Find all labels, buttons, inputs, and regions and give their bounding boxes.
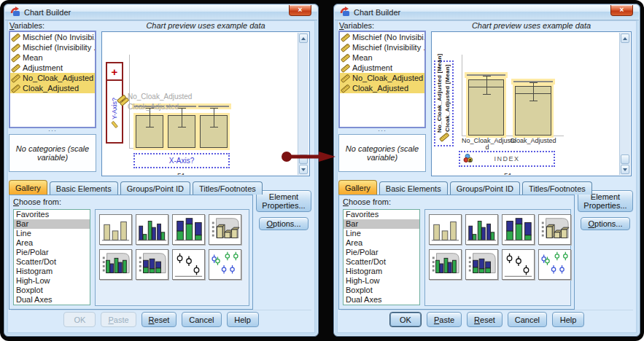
no-categories-text: No categories (scale variable) [11, 144, 94, 162]
chart-type-histogram[interactable]: Histogram [344, 267, 419, 276]
gallery-item-stacked-bar-icon[interactable] [502, 214, 535, 245]
gallery-item-3d-bar-icon[interactable] [538, 214, 571, 245]
variable-item-selected[interactable]: Cloak_Adjusted [340, 83, 424, 93]
gallery-thumbnails [95, 209, 249, 306]
clipped-text: 51 [177, 173, 185, 175]
tab-groups-point-id[interactable]: Groups/Point ID [120, 181, 190, 195]
variable-item-selected[interactable]: No_Cloak_Adjusted [340, 73, 424, 83]
chart-preview-canvas[interactable]: + Y-Axis? No_Cloak_Adjusted Cloak_Adjust… [101, 31, 310, 176]
variable-item[interactable]: Mean [10, 52, 95, 63]
chart-type-bar[interactable]: Bar [344, 219, 419, 229]
help-button[interactable]: Help [227, 312, 259, 327]
variable-item[interactable]: Mischief (No Invisibi... [340, 32, 424, 42]
gallery-item-stacked-bar-icon[interactable] [172, 214, 205, 245]
chart-type-histogram[interactable]: Histogram [14, 267, 90, 276]
chart-type-favorites[interactable]: Favorites [344, 210, 419, 219]
gallery-item-clustered-bar-icon[interactable] [465, 214, 498, 245]
variable-item[interactable]: Mischief (Invisibility ... [10, 42, 95, 52]
chart-type-area[interactable]: Area [14, 238, 90, 248]
close-icon: × [620, 7, 624, 14]
chart-type-high-low[interactable]: High-Low [344, 276, 419, 286]
gallery-item-simple-bar-icon[interactable] [429, 214, 462, 245]
ok-button[interactable]: OK [389, 312, 422, 327]
options-button[interactable]: Options... [259, 217, 308, 230]
reset-button[interactable]: Reset [141, 312, 177, 327]
splitter-dots-icon[interactable] [9, 128, 96, 133]
chart-type-boxplot[interactable]: Boxplot [344, 286, 419, 295]
chart-type-pie-polar[interactable]: Pie/Polar [14, 248, 90, 257]
gallery-item-simple-error-bar-icon[interactable] [172, 249, 205, 280]
splitter-dots-icon[interactable] [338, 128, 426, 133]
chart-type-favorites[interactable]: Favorites [14, 210, 90, 219]
scrollbar-thumb[interactable] [621, 154, 629, 164]
chart-type-high-low[interactable]: High-Low [14, 276, 90, 286]
gallery-item-3d-stacked-bar-icon[interactable] [465, 249, 498, 280]
tab-gallery[interactable]: Gallery [338, 180, 377, 195]
index-drop-zone[interactable]: a INDEX [459, 151, 555, 167]
tab-titles-footnotes[interactable]: Titles/Footnotes [522, 181, 592, 195]
scroll-down-button[interactable] [621, 165, 629, 174]
ok-button: OK [63, 312, 96, 327]
error-bar [182, 108, 182, 128]
gallery-item-3d-clustered-bar-icon[interactable] [99, 249, 132, 280]
gallery-item-3d-bar-icon[interactable] [209, 214, 241, 245]
reset-button[interactable]: Reset [467, 312, 503, 327]
chart-type-boxplot[interactable]: Boxplot [14, 286, 90, 295]
element-properties-button[interactable]: Element Properties... [256, 190, 311, 212]
close-button[interactable]: × [289, 5, 311, 16]
options-button[interactable]: Options... [581, 217, 629, 230]
scroll-up-icon [301, 37, 306, 40]
title-bar[interactable]: Chart Builder × [5, 5, 317, 20]
scroll-down-button[interactable] [299, 165, 308, 174]
gallery-item-3d-clustered-bar-icon[interactable] [429, 249, 462, 280]
svg-text:a: a [469, 157, 472, 162]
variable-item-selected[interactable]: No_Cloak_Adjusted [10, 73, 95, 83]
chart-type-scatter-dot[interactable]: Scatter/Dot [344, 257, 419, 267]
chart-type-dual-axes[interactable]: Dual Axes [344, 295, 419, 305]
chart-type-scatter-dot[interactable]: Scatter/Dot [14, 257, 90, 267]
chart-type-bar[interactable]: Bar [14, 219, 90, 229]
variable-item[interactable]: Mischief (Invisibility ... [340, 42, 424, 52]
variable-item[interactable]: Mean [340, 52, 424, 63]
chart-type-list[interactable]: Favorites Bar Line Area Pie/Polar Scatte… [13, 209, 90, 305]
title-bar[interactable]: Chart Builder × [335, 5, 639, 20]
y-axis-drop-zone-filled[interactable]: No_Cloak_Adjusted [Mean] Cloak_Adjusted … [434, 60, 454, 146]
variable-item[interactable]: Adjustment [340, 63, 424, 73]
chart-type-line[interactable]: Line [344, 229, 419, 238]
chart-preview-canvas[interactable]: No_Cloak_Adjusted [Mean] Cloak_Adjusted … [431, 31, 632, 176]
variable-item-selected[interactable]: Cloak_Adjusted [10, 83, 95, 93]
scroll-up-button[interactable] [621, 34, 629, 43]
tab-gallery[interactable]: Gallery [9, 180, 47, 195]
chart-type-list[interactable]: Favorites Bar Line Area Pie/Polar Scatte… [343, 209, 420, 305]
tab-basic-elements[interactable]: Basic Elements [379, 181, 448, 195]
variables-list[interactable]: Mischief (No Invisibi... Mischief (Invis… [338, 31, 426, 128]
x-axis-drop-zone[interactable]: X-Axis? [133, 153, 230, 168]
gallery-item-clustered-error-bar-icon[interactable] [209, 249, 241, 280]
preview-content: No_Cloak_Adjusted [Mean] Cloak_Adjusted … [432, 33, 619, 175]
scroll-up-button[interactable] [299, 34, 308, 43]
help-button[interactable]: Help [552, 312, 584, 327]
tab-titles-footnotes[interactable]: Titles/Footnotes [193, 181, 263, 195]
gallery-item-3d-stacked-bar-icon[interactable] [136, 249, 168, 280]
gallery-item-clustered-bar-icon[interactable] [136, 214, 168, 245]
tab-basic-elements[interactable]: Basic Elements [50, 181, 118, 195]
scale-variable-icon [341, 63, 350, 73]
tab-strip: Gallery Basic Elements Groups/Point ID T… [9, 181, 263, 195]
variables-list[interactable]: Mischief (No Invisibi... Mischief (Invis… [9, 31, 96, 128]
gallery-item-simple-error-bar-icon[interactable] [502, 249, 535, 280]
variable-item[interactable]: Adjustment [10, 63, 95, 73]
error-bar [150, 108, 150, 128]
tab-groups-point-id[interactable]: Groups/Point ID [450, 181, 520, 195]
cancel-button[interactable]: Cancel [508, 312, 547, 327]
chart-type-area[interactable]: Area [344, 238, 419, 248]
preview-scrollbar[interactable] [619, 33, 630, 175]
chart-type-pie-polar[interactable]: Pie/Polar [344, 248, 419, 257]
paste-button[interactable]: Paste [427, 312, 462, 327]
chart-type-line[interactable]: Line [14, 229, 90, 238]
cancel-button[interactable]: Cancel [182, 312, 221, 327]
chart-type-dual-axes[interactable]: Dual Axes [14, 295, 90, 305]
close-button[interactable]: × [610, 5, 633, 16]
gallery-item-simple-bar-icon[interactable] [99, 214, 132, 245]
variable-item[interactable]: Mischief (No Invisibi... [10, 32, 95, 42]
gallery-item-clustered-error-bar-icon[interactable] [538, 249, 571, 280]
